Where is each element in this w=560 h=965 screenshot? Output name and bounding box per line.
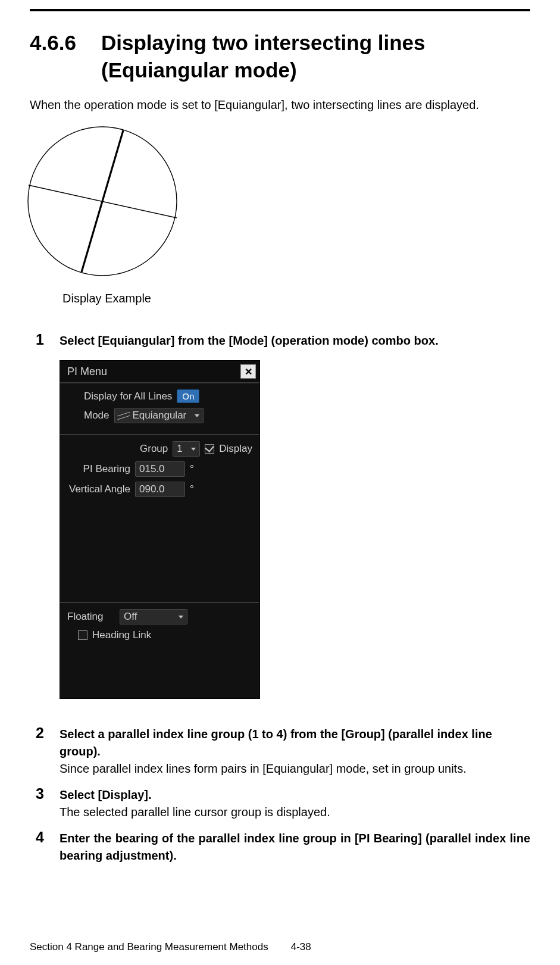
step-4-number: 4 [36,829,44,846]
step-4: 4 Enter the bearing of the parallel inde… [30,830,530,864]
section-heading: 4.6.6Displaying two intersecting lines (… [30,29,530,83]
step-2-text: Since parallel index lines form pairs in… [60,762,530,776]
degree-symbol: ° [190,483,194,495]
step-2-number: 2 [36,724,44,742]
equiangular-icon [118,411,129,420]
top-rule [30,9,530,11]
pi-menu-panel: PI Menu ✕ Display for All Lines On Mode … [60,360,260,699]
chevron-down-icon [179,616,183,619]
pi-section-bottom: Floating Off Heading Link [60,603,259,698]
step-2-title: Select a parallel index line group (1 to… [60,726,530,760]
footer-section: Section 4 Range and Bearing Measurement … [30,941,268,953]
floating-combo[interactable]: Off [120,609,187,624]
step-1-title: Select [Equiangular] from the [Mode] (op… [60,332,530,349]
step-4-title: Enter the bearing of the parallel index … [60,830,530,864]
pi-bearing-label: PI Bearing [67,463,130,475]
step-3: 3 Select [Display]. The selected paralle… [30,786,530,819]
display-all-label: Display for All Lines [84,391,172,402]
intro-text: When the operation mode is set to [Equia… [30,98,530,112]
step-2: 2 Select a parallel index line group (1 … [30,726,530,776]
floating-value: Off [124,611,137,623]
mode-combo[interactable]: Equiangular [114,408,204,423]
display-example-caption: Display Example [62,292,530,305]
step-1: 1 Select [Equiangular] from the [Mode] (… [30,332,530,349]
group-combo[interactable]: 1 [173,441,200,457]
display-checkbox-label: Display [219,443,252,455]
close-button[interactable]: ✕ [240,364,256,379]
degree-symbol: ° [190,463,194,475]
step-3-number: 3 [36,785,44,802]
mode-label: Mode [84,410,110,421]
mode-row: Mode Equiangular [67,408,252,423]
group-value: 1 [177,443,182,455]
chevron-down-icon [195,414,199,417]
group-row: Group 1 Display [67,441,252,457]
pi-menu-title: PI Menu [67,366,107,378]
chevron-down-icon [191,448,196,451]
page-footer: Section 4 Range and Bearing Measurement … [30,941,311,953]
footer-page: 4-38 [291,941,311,953]
heading-link-checkbox[interactable] [78,630,87,640]
display-checkbox[interactable] [205,444,214,454]
vertical-angle-label: Vertical Angle [67,483,130,495]
display-example-figure: Display Example [21,124,530,305]
display-all-toggle[interactable]: On [177,389,199,403]
vertical-angle-input[interactable]: 090.0 [135,482,185,497]
pi-bearing-row: PI Bearing 015.0 ° [67,461,252,477]
intersecting-lines-diagram [21,124,184,285]
svg-line-2 [82,130,123,272]
step-1-number: 1 [36,331,44,348]
pi-menu-titlebar: PI Menu ✕ [60,361,259,383]
floating-label: Floating [67,611,115,623]
floating-row: Floating Off [67,609,252,624]
mode-value: Equiangular [133,410,187,421]
step-3-title: Select [Display]. [60,786,530,804]
pi-section-top: Display for All Lines On Mode Equiangula… [60,383,259,435]
pi-bearing-input[interactable]: 015.0 [135,461,185,477]
heading-link-row: Heading Link [67,629,252,641]
display-all-row: Display for All Lines On [67,389,252,403]
section-number: 4.6.6 [30,29,101,57]
heading-link-label: Heading Link [92,629,151,641]
group-label: Group [140,443,168,455]
vertical-angle-row: Vertical Angle 090.0 ° [67,482,252,497]
section-title: Displaying two intersecting lines (Equia… [101,29,512,83]
pi-section-middle: Group 1 Display PI Bearing 015.0 ° Verti… [60,435,259,603]
step-3-text: The selected parallel line cursor group … [60,805,530,819]
